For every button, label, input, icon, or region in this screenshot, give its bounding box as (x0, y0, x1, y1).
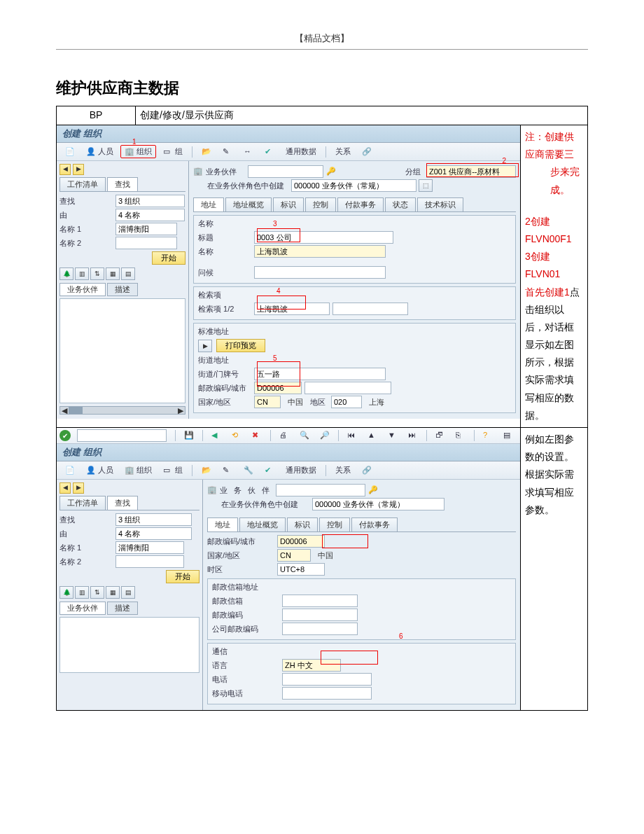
rel-icon-button[interactable]: 🔗 (358, 146, 376, 158)
title-select[interactable] (254, 231, 393, 244)
greet-input[interactable] (254, 266, 386, 279)
tab-pay[interactable]: 付款事务 (351, 517, 398, 531)
bp-input[interactable] (276, 484, 365, 496)
tab-search[interactable]: 查找 (107, 177, 138, 191)
edit-button[interactable]: ✎ (218, 464, 237, 477)
filter-icon[interactable]: ▥ (75, 267, 89, 280)
pozip-input[interactable] (282, 609, 358, 621)
person-button[interactable]: 👤人员 (82, 464, 118, 477)
check-button[interactable]: ✔ (260, 464, 279, 477)
search2-input[interactable] (332, 303, 408, 315)
tab-desc[interactable]: 描述 (107, 283, 138, 296)
tab-bp[interactable]: 业务伙伴 (59, 283, 106, 296)
command-field[interactable] (77, 429, 167, 442)
new-button[interactable]: 📄 (61, 146, 79, 158)
tab-worklist[interactable]: 工作清单 (59, 496, 106, 510)
cancel-button[interactable]: ✖ (248, 429, 266, 442)
search-select[interactable] (115, 513, 192, 526)
phone-input[interactable] (282, 673, 372, 686)
new-button[interactable]: 📄 (61, 464, 79, 477)
open-button[interactable]: 📂 (197, 146, 216, 158)
save-button[interactable]: 💾 (180, 429, 198, 442)
last-button[interactable]: ⏭ (404, 429, 422, 442)
by-select[interactable] (115, 209, 185, 221)
tab-addr[interactable]: 地址 (207, 517, 238, 531)
name1-input[interactable] (115, 223, 177, 235)
country-input[interactable] (277, 549, 311, 562)
grid-icon[interactable]: ▦ (106, 267, 120, 280)
tab-worklist[interactable]: 工作清单 (59, 177, 106, 191)
tab-ident[interactable]: 标识 (287, 517, 318, 531)
pobox-input[interactable] (282, 595, 358, 607)
tz-input[interactable] (277, 563, 325, 576)
grid-icon[interactable]: ▦ (106, 586, 120, 599)
excel-icon[interactable]: ▤ (121, 586, 135, 599)
tab-pay[interactable]: 付款事务 (337, 197, 384, 211)
tab-status[interactable]: 状态 (385, 197, 416, 211)
nav-prev[interactable]: ◀ (59, 164, 71, 175)
enter-icon[interactable]: ✔ (59, 430, 71, 441)
layout-button[interactable]: ▤ (499, 429, 517, 442)
region-input[interactable] (331, 396, 362, 408)
org-button[interactable]: 🏢组织 (120, 145, 156, 158)
name2-input[interactable] (115, 555, 184, 568)
print-button[interactable]: 🖨 (275, 429, 293, 442)
street-input[interactable] (254, 368, 386, 380)
bp-input[interactable] (248, 165, 323, 178)
role-select[interactable] (291, 179, 416, 192)
group-input[interactable] (426, 165, 516, 178)
role-pick-icon[interactable]: ⬚ (419, 179, 433, 192)
tab-tech[interactable]: 技术标识 (417, 197, 463, 211)
general-button[interactable]: 通用数据 (281, 145, 321, 158)
lang-input[interactable] (282, 659, 341, 672)
excel-icon[interactable]: ▤ (121, 267, 135, 280)
pgdn-button[interactable]: ▼ (384, 429, 402, 442)
shortcut-button[interactable]: ⎘ (451, 429, 470, 442)
mobile-input[interactable] (282, 687, 372, 700)
country-input[interactable] (254, 396, 281, 408)
zip-input[interactable] (254, 382, 302, 394)
nav-next[interactable]: ▶ (73, 482, 84, 494)
edit-button[interactable]: ✎ (218, 146, 237, 158)
tree-icon[interactable]: 🌲 (59, 586, 74, 599)
role-select[interactable] (312, 498, 444, 510)
name2-input[interactable] (115, 237, 177, 249)
search1-input[interactable] (254, 303, 330, 315)
start-button[interactable]: 开始 (166, 570, 200, 583)
scrollbar[interactable]: ◀▶ (59, 406, 186, 415)
first-button[interactable]: ⏮ (343, 429, 361, 442)
print-preview-button[interactable]: 打印预览 (216, 339, 265, 352)
nav-prev[interactable]: ◀ (59, 482, 71, 494)
tab-addrov[interactable]: 地址概览 (239, 517, 286, 531)
find-button[interactable]: 🔍 (295, 429, 314, 442)
tab-bp[interactable]: 业务伙伴 (59, 602, 106, 615)
start-button[interactable]: 开始 (152, 251, 186, 265)
pgup-button[interactable]: ▲ (363, 429, 382, 442)
more1-button[interactable]: ↔ (239, 146, 258, 158)
findnext-button[interactable]: 🔎 (316, 429, 334, 442)
tool-button[interactable]: 🔧 (239, 464, 258, 477)
exit-button[interactable]: ⟲ (227, 429, 246, 442)
tree-icon[interactable]: 🌲 (59, 267, 74, 280)
open-button[interactable]: 📂 (197, 464, 216, 477)
sort-icon[interactable]: ⇅ (90, 586, 104, 599)
general-button[interactable]: 通用数据 (281, 464, 321, 477)
newsession-button[interactable]: 🗗 (431, 429, 449, 442)
help-button[interactable]: ? (479, 429, 497, 442)
search-select[interactable] (115, 195, 185, 207)
relation-button[interactable]: 关系 (331, 145, 355, 158)
relation-button[interactable]: 关系 (331, 464, 355, 477)
tab-ctrl[interactable]: 控制 (319, 517, 350, 531)
nav-next[interactable]: ▶ (73, 164, 84, 175)
tab-ctrl[interactable]: 控制 (305, 197, 336, 211)
zip-input[interactable] (277, 535, 325, 548)
back-button[interactable]: ◀ (207, 429, 225, 442)
tab-ident[interactable]: 标识 (273, 197, 304, 211)
name-input[interactable] (254, 245, 386, 258)
filter-icon[interactable]: ▥ (75, 586, 89, 599)
name1-input[interactable] (115, 541, 184, 554)
org-button[interactable]: 🏢组织 (120, 464, 156, 477)
city-input[interactable] (304, 382, 391, 394)
group-button[interactable]: ▭组 (159, 145, 187, 158)
rel-icon-button[interactable]: 🔗 (358, 464, 376, 477)
